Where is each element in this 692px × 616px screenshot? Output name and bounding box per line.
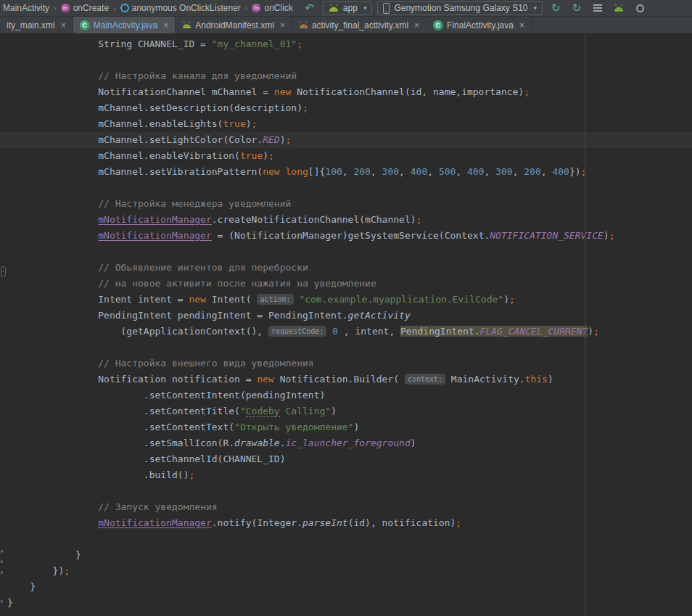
code-line[interactable]: } xyxy=(0,547,692,563)
code-line[interactable] xyxy=(0,340,692,356)
tab-label: MainActivity.java xyxy=(94,20,157,30)
breadcrumb-label: onClick xyxy=(264,3,292,13)
close-icon[interactable]: × xyxy=(163,20,168,30)
breadcrumb-onclick[interactable]: m onClick xyxy=(250,2,294,14)
code-line[interactable]: .build(); xyxy=(0,467,692,483)
tab-label: AndroidManifest.xml xyxy=(195,20,274,30)
code-line[interactable]: mNotificationManager = (NotificationMana… xyxy=(0,228,692,244)
code-line[interactable]: mChannel.enableVibration(true); xyxy=(0,148,692,164)
chevron-down-icon: ▾ xyxy=(534,4,537,12)
breadcrumb-label: anonymous OnClickListener xyxy=(132,3,241,13)
tab-mainactivity-java[interactable]: C MainActivity.java × xyxy=(73,17,176,33)
code-line[interactable]: PendingIntent pendingIntent = PendingInt… xyxy=(0,308,692,324)
android-icon xyxy=(614,4,624,12)
code-line[interactable] xyxy=(0,244,692,260)
fold-marker[interactable] xyxy=(1,559,4,564)
chevron-right-icon: › xyxy=(244,4,249,12)
fold-marker[interactable] xyxy=(1,599,4,604)
code-line[interactable]: // Настройка менеджера уведомлений xyxy=(0,196,692,212)
breadcrumb-oncreate[interactable]: m onCreate xyxy=(59,2,110,14)
method-icon: m xyxy=(61,4,70,13)
device-selector[interactable]: Genymotion Samsung Galaxy S10 ▾ xyxy=(377,1,543,15)
editor-tabs: ity_main.xml × C MainActivity.java × And… xyxy=(0,17,692,34)
code-line[interactable]: mNotificationManager.notify(Integer.pars… xyxy=(0,515,692,531)
code-line[interactable]: .setSmallIcon(R.drawable.ic_launcher_for… xyxy=(0,435,692,451)
build-variants-icon[interactable] xyxy=(590,1,606,15)
breadcrumb-class[interactable]: MainActivity xyxy=(1,2,51,14)
code-line[interactable]: NotificationChannel mChannel = new Notif… xyxy=(0,84,692,100)
code-lines: String CHANNEL_ID = "my_channel_01"; // … xyxy=(0,34,692,611)
tab-activity-final-acttivity-xml[interactable]: activity_final_acttivity.xml × xyxy=(292,17,427,33)
fold-marker[interactable] xyxy=(1,549,4,554)
code-line[interactable] xyxy=(0,531,692,547)
method-icon: m xyxy=(252,4,261,13)
code-line[interactable]: String CHANNEL_ID = "my_channel_01"; xyxy=(0,36,692,52)
class-icon: C xyxy=(80,20,90,30)
tab-androidmanifest-xml[interactable]: AndroidManifest.xml × xyxy=(176,17,292,33)
code-line[interactable]: mNotificationManager.createNotificationC… xyxy=(0,212,692,228)
code-line[interactable] xyxy=(0,483,692,499)
android-icon xyxy=(329,4,339,12)
device-label: Genymotion Samsung Galaxy S10 xyxy=(394,3,527,13)
gear-icon xyxy=(636,4,644,12)
toolbar-actions: ↶ app ▾ Genymotion Samsung Galaxy S10 ▾ … xyxy=(302,1,640,15)
breadcrumb-label: onCreate xyxy=(73,3,109,13)
navigation-bar: MainActivity › m onCreate › anonymous On… xyxy=(1,2,294,14)
close-icon[interactable]: × xyxy=(61,20,66,30)
sdk-manager-icon[interactable] xyxy=(611,1,627,15)
code-line[interactable]: // на новое активити после нажатия на ув… xyxy=(0,276,692,292)
close-icon[interactable]: × xyxy=(519,20,524,30)
tab-label: FinalActtivity.java xyxy=(447,20,514,30)
code-line[interactable]: mChannel.setVibrationPattern(new long[]{… xyxy=(0,164,692,180)
code-line[interactable]: }); xyxy=(0,563,692,579)
fold-marker[interactable] xyxy=(1,570,4,575)
code-line[interactable]: .setChannelId(CHANNEL_ID) xyxy=(0,451,692,467)
anonymous-class-icon xyxy=(120,4,129,12)
android-icon xyxy=(182,21,191,29)
close-icon[interactable]: × xyxy=(280,20,285,30)
code-line[interactable]: .setContentText("Открыть уведомление") xyxy=(0,419,692,435)
code-line[interactable]: .setContentIntent(pendingIntent) xyxy=(0,387,692,403)
code-line[interactable]: Intent intent = new Intent( action: "com… xyxy=(0,292,692,308)
avd-manager-icon[interactable] xyxy=(632,1,648,15)
class-icon: C xyxy=(433,20,443,30)
code-line[interactable]: (getApplicationContext(), requestCode: 0… xyxy=(0,324,692,340)
code-line[interactable]: // Обьявление интентов для переброски xyxy=(0,260,692,276)
code-line[interactable]: Notification notification = new Notifica… xyxy=(0,371,692,387)
code-line[interactable]: // Настройка канала для уведомлений xyxy=(0,68,692,84)
main-toolbar: MainActivity › m onCreate › anonymous On… xyxy=(0,0,692,17)
tab-label: activity_final_acttivity.xml xyxy=(312,20,408,30)
back-arrow-icon[interactable]: ↶ xyxy=(302,1,318,15)
gutter-icon[interactable] xyxy=(1,266,6,277)
tab-label: ity_main.xml xyxy=(7,20,55,30)
chevron-right-icon: › xyxy=(112,4,117,12)
phone-icon xyxy=(383,3,390,14)
sync-project-icon[interactable]: ↻ xyxy=(548,1,564,15)
breadcrumb-anonymous-class[interactable]: anonymous OnClickListener xyxy=(119,2,242,14)
code-line[interactable]: // Настройка внешнего вида уведомления xyxy=(0,356,692,371)
chevron-right-icon: › xyxy=(53,4,57,12)
tab-finalacttivity-java[interactable]: C FinalActtivity.java × xyxy=(427,17,532,33)
code-line[interactable]: // Запуск уведомления xyxy=(0,499,692,515)
sync-gradle-icon[interactable]: ↻ xyxy=(569,1,585,15)
code-editor[interactable]: String CHANNEL_ID = "my_channel_01"; // … xyxy=(0,34,692,616)
android-icon xyxy=(299,21,308,29)
code-line[interactable]: mChannel.setDescription(description); xyxy=(0,100,692,116)
code-line[interactable]: } xyxy=(0,579,692,595)
close-icon[interactable]: × xyxy=(414,20,419,30)
code-line[interactable] xyxy=(0,180,692,196)
code-line[interactable]: mChannel.enableLights(true); xyxy=(0,116,692,132)
tab-activity-main-xml[interactable]: ity_main.xml × xyxy=(0,17,73,33)
code-line[interactable]: mChannel.setLightColor(Color.RED); xyxy=(0,132,692,148)
list-icon xyxy=(593,7,602,9)
chevron-down-icon: ▾ xyxy=(363,4,367,12)
right-margin-guide xyxy=(585,34,585,616)
run-config-selector[interactable]: app ▾ xyxy=(323,1,373,15)
run-config-label: app xyxy=(343,3,358,13)
code-line[interactable] xyxy=(0,52,692,68)
code-line[interactable]: .setContentTitle("Codeby Calling") xyxy=(0,403,692,419)
code-line[interactable]: } xyxy=(0,595,692,611)
